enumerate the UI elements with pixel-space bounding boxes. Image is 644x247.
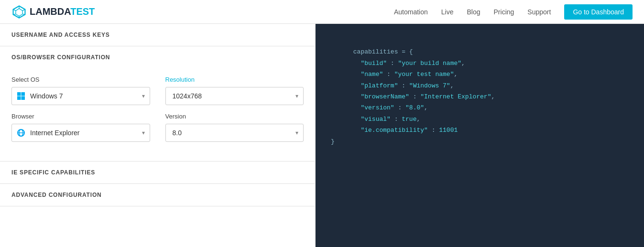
version-label: Version xyxy=(165,113,304,120)
nav-pricing[interactable]: Pricing xyxy=(494,8,514,16)
select-browser[interactable]: Internet Explorer Chrome Firefox xyxy=(17,129,145,137)
select-resolution[interactable]: 1024x768 1280x800 1920x1080 xyxy=(171,92,299,100)
nav-blog[interactable]: Blog xyxy=(467,8,480,16)
section-advanced-header: ADVANCED CONFIGURATION xyxy=(0,184,315,206)
browser-label: Browser xyxy=(11,113,150,120)
svg-marker-1 xyxy=(16,8,22,16)
svg-line-4 xyxy=(22,14,25,14)
header: LAMBDATEST Automation Live Blog Pricing … xyxy=(0,0,644,24)
section-os-browser: OS/BROWSER CONFIGURATION Select OS xyxy=(0,46,315,161)
logo-icon xyxy=(11,4,27,20)
nav-automation[interactable]: Automation xyxy=(394,8,428,16)
nav: Automation Live Blog Pricing Support Go … xyxy=(394,4,633,20)
section-username-header: USERNAME AND ACCESS KEYS xyxy=(0,24,315,46)
left-panel: USERNAME AND ACCESS KEYS OS/BROWSER CONF… xyxy=(0,24,316,247)
logo: LAMBDATEST xyxy=(11,4,95,20)
code-block: capabilities = { "build" : "your build n… xyxy=(331,35,629,158)
main-layout: USERNAME AND ACCESS KEYS OS/BROWSER CONF… xyxy=(0,24,644,247)
logo-text: LAMBDATEST xyxy=(30,6,95,17)
select-os[interactable]: Windows 7 Windows 10 macOS xyxy=(17,92,145,100)
select-resolution-wrapper[interactable]: 1024x768 1280x800 1920x1080 ▾ xyxy=(165,87,304,105)
nav-live[interactable]: Live xyxy=(441,8,454,16)
form-group-resolution: Resolution 1024x768 1280x800 1920x1080 ▾ xyxy=(165,76,304,105)
section-ie-capabilities: IE SPECIFIC CAPABILITIES xyxy=(0,161,315,184)
select-version[interactable]: 8.0 9.0 10.0 11.0 xyxy=(171,129,299,137)
section-ie-header: IE SPECIFIC CAPABILITIES xyxy=(0,161,315,183)
select-version-wrapper[interactable]: 8.0 9.0 10.0 11.0 ▾ xyxy=(165,124,304,142)
section-username: USERNAME AND ACCESS KEYS xyxy=(0,24,315,46)
section-os-browser-body: Select OS Windows 7 Windows xyxy=(0,68,315,161)
form-group-browser: Browser Internet Explorer Chrome xyxy=(11,113,150,142)
section-advanced: ADVANCED CONFIGURATION xyxy=(0,184,315,206)
select-os-label: Select OS xyxy=(11,76,150,83)
select-browser-wrapper[interactable]: Internet Explorer Chrome Firefox ▾ xyxy=(11,124,150,142)
select-os-wrapper[interactable]: Windows 7 Windows 10 macOS ▾ xyxy=(11,87,150,105)
resolution-label: Resolution xyxy=(165,76,304,83)
svg-line-6 xyxy=(13,14,16,14)
right-panel: capabilities = { "build" : "your build n… xyxy=(316,24,644,247)
nav-support[interactable]: Support xyxy=(527,8,551,16)
form-group-version: Version 8.0 9.0 10.0 11.0 ▾ xyxy=(165,113,304,142)
form-row-os-resolution: Select OS Windows 7 Windows xyxy=(11,76,304,105)
form-group-os: Select OS Windows 7 Windows xyxy=(11,76,150,105)
go-to-dashboard-button[interactable]: Go to Dashboard xyxy=(564,4,633,20)
section-os-browser-header: OS/BROWSER CONFIGURATION xyxy=(0,46,315,68)
form-row-browser-version: Browser Internet Explorer Chrome xyxy=(11,113,304,142)
